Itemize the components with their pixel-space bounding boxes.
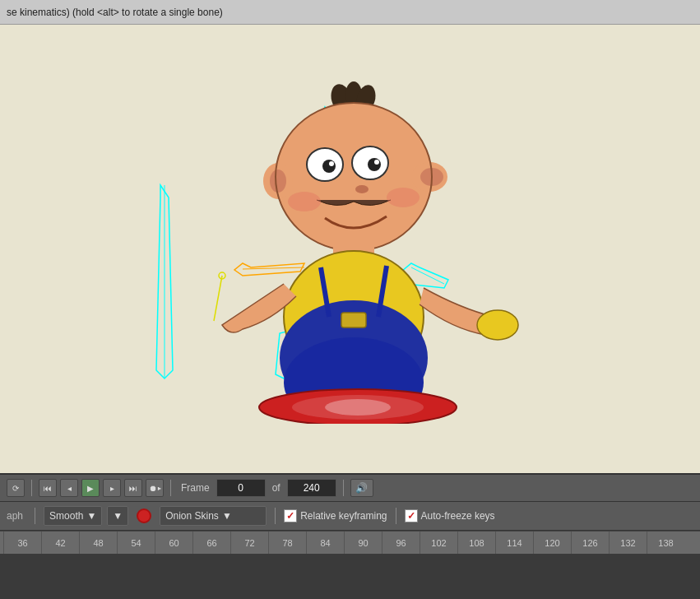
- separator-2: [170, 480, 171, 496]
- svg-point-37: [387, 188, 420, 207]
- tick-132: 132: [609, 532, 647, 554]
- tick-84: 84: [306, 532, 344, 554]
- tick-114: 114: [495, 532, 533, 554]
- record-indicator: [137, 508, 151, 523]
- tick-126: 126: [571, 532, 609, 554]
- svg-point-31: [322, 160, 336, 173]
- status-bar: se kinematics) (hold <alt> to rotate a s…: [0, 0, 700, 25]
- smooth-label: Smooth: [49, 510, 83, 522]
- svg-point-35: [355, 185, 369, 193]
- timeline-ruler[interactable]: 36 42 48 54 60 66 72 78 84 90 96 102 108…: [0, 531, 700, 554]
- speaker-btn[interactable]: 🔊: [350, 479, 373, 497]
- relative-keyframing-row: ✓ Relative keyframing: [284, 509, 387, 522]
- tick-60: 60: [155, 532, 192, 554]
- play-btn[interactable]: ▶: [81, 479, 100, 497]
- tick-42: 42: [41, 532, 79, 554]
- tick-138: 138: [647, 532, 684, 554]
- skip-end-btn[interactable]: ⏭: [124, 479, 142, 497]
- separator-3: [343, 480, 344, 496]
- skip-start-btn[interactable]: ⏮: [39, 479, 57, 497]
- onion-skins-label: Onion Skins: [165, 510, 219, 522]
- extra-arrow: ▼: [113, 510, 123, 522]
- frame-label: Frame: [181, 482, 210, 494]
- loop-btn[interactable]: ⟳: [7, 479, 25, 497]
- svg-point-47: [477, 310, 518, 340]
- tick-96: 96: [382, 532, 420, 554]
- tick-102: 102: [420, 532, 457, 554]
- character-illustration: [181, 78, 526, 424]
- svg-point-46: [325, 399, 391, 416]
- sep-opt-3: [396, 508, 396, 524]
- svg-point-32: [368, 158, 381, 171]
- svg-point-36: [288, 192, 321, 211]
- onion-skins-dropdown[interactable]: Onion Skins ▼: [160, 506, 267, 526]
- separator-1: [31, 480, 32, 496]
- extra-dropdown[interactable]: ▼: [107, 506, 128, 526]
- tick-36: 36: [3, 532, 41, 554]
- options-bar: aph Smooth ▼ ▼ Onion Skins ▼ ✓ Relative …: [0, 502, 700, 531]
- smooth-dropdown[interactable]: Smooth ▼: [44, 506, 102, 526]
- prev-frame-btn[interactable]: ◂: [60, 479, 78, 497]
- record-play-btn[interactable]: ⏺▶: [146, 479, 164, 497]
- tick-54: 54: [117, 532, 155, 554]
- status-text: se kinematics) (hold <alt> to rotate a s…: [7, 7, 223, 18]
- tick-66: 66: [192, 532, 230, 554]
- svg-point-34: [374, 160, 379, 165]
- smooth-arrow: ▼: [86, 510, 96, 522]
- tick-108: 108: [457, 532, 495, 554]
- auto-freeze-row: ✓ Auto-freeze keys: [405, 509, 495, 522]
- sep-opt-1: [35, 508, 35, 524]
- tick-72: 72: [230, 532, 268, 554]
- svg-rect-48: [341, 313, 366, 327]
- tick-120: 120: [533, 532, 571, 554]
- sep-opt-2: [275, 508, 276, 524]
- tick-90: 90: [344, 532, 382, 554]
- tick-48: 48: [79, 532, 117, 554]
- graph-label: aph: [3, 510, 26, 522]
- next-frame-btn[interactable]: ▸: [103, 479, 121, 497]
- relative-keyframing-checkbox[interactable]: ✓: [284, 509, 297, 522]
- total-frames-input[interactable]: 240: [287, 479, 336, 497]
- auto-freeze-label: Auto-freeze keys: [421, 510, 495, 522]
- svg-point-25: [270, 169, 286, 193]
- canvas-area: [0, 25, 700, 473]
- of-label: of: [272, 482, 280, 494]
- auto-freeze-checkbox[interactable]: ✓: [405, 509, 418, 522]
- frame-input[interactable]: 0: [216, 479, 266, 497]
- svg-marker-0: [156, 185, 173, 378]
- transport-bar: ⟳ ⏮ ◂ ▶ ▸ ⏭ ⏺▶ Frame 0 of 240 🔊: [0, 473, 700, 502]
- relative-keyframing-label: Relative keyframing: [300, 510, 387, 522]
- tick-78: 78: [268, 532, 306, 554]
- onion-skins-arrow: ▼: [222, 510, 232, 522]
- svg-point-33: [329, 161, 334, 166]
